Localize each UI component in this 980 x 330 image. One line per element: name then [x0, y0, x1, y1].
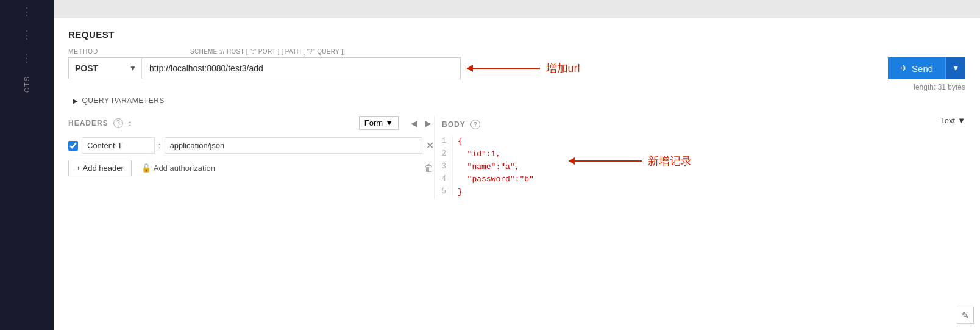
header-colon: : [158, 141, 161, 150]
headers-title-row: HEADERS ? ↕ Form ▼ ◀ ▶ [68, 116, 434, 130]
url-row: POST GET PUT DELETE ▼ 增加url ✈ Send ▼ [68, 57, 965, 79]
body-info-icon[interactable]: ? [470, 120, 480, 129]
url-input[interactable] [141, 57, 461, 79]
remove-header-button[interactable]: ✕ [426, 140, 434, 151]
url-annotation-group: 增加url [467, 61, 580, 76]
line-num-1: 1 [435, 135, 453, 147]
send-dropdown-button[interactable]: ▼ [945, 57, 965, 79]
sidebar-dots-2[interactable]: ⋮ [21, 29, 32, 40]
sidebar-dots-3[interactable]: ⋮ [21, 52, 32, 63]
add-auth-label: Add authorization [154, 163, 215, 173]
length-info: length: 31 bytes [68, 83, 965, 91]
body-title: BODY [442, 120, 466, 129]
nav-left-button[interactable]: ◀ [408, 117, 420, 129]
headers-section: HEADERS ? ↕ Form ▼ ◀ ▶ : ✕ [68, 116, 434, 176]
request-title: REQUEST [68, 29, 965, 40]
header-key-input[interactable] [82, 137, 155, 154]
query-params-row[interactable]: ▶ QUERY PARAMETERS [68, 96, 965, 105]
method-select-wrapper[interactable]: POST GET PUT DELETE ▼ [68, 57, 141, 79]
headers-body-container: HEADERS ? ↕ Form ▼ ◀ ▶ : ✕ [68, 116, 965, 199]
header-value-input[interactable] [165, 137, 422, 154]
sidebar: ⋮ ⋮ ⋮ CTS [0, 0, 54, 330]
code-line-2: 2 "id":1, [435, 148, 965, 161]
line-num-5: 5 [435, 186, 453, 198]
body-title-row: BODY ? Text ▼ [435, 116, 965, 133]
delete-icon[interactable]: 🗑 [424, 163, 434, 174]
text-label: Text [940, 116, 955, 125]
form-label: Form [364, 118, 383, 127]
text-chevron-icon: ▼ [957, 116, 965, 125]
code-line-3: 3 "name":"a", [435, 161, 965, 174]
line-content-5: } [458, 186, 463, 199]
method-select[interactable]: POST GET PUT DELETE [69, 58, 141, 79]
sort-icon[interactable]: ↕ [128, 118, 132, 128]
add-auth-button[interactable]: 🔓 Add authorization [141, 163, 215, 173]
line-content-3: "name":"a", [458, 161, 519, 174]
line-content-4: "password":"b" [458, 173, 534, 186]
line-num-2: 2 [435, 148, 453, 160]
main-content: REQUEST METHOD SCHEME :// HOST [ ":" POR… [54, 18, 980, 330]
lock-icon: 🔓 [141, 163, 151, 173]
line-content-2: "id":1, [458, 148, 500, 161]
headers-title: HEADERS [68, 119, 108, 127]
send-plane-icon: ✈ [900, 63, 908, 74]
body-annotation-text: 新增记录 [648, 154, 692, 168]
header-checkbox[interactable] [68, 141, 78, 151]
code-editor[interactable]: 1 { 2 "id":1, 3 "name":"a", 4 "password"… [435, 135, 965, 199]
header-row: : ✕ [68, 137, 434, 154]
headers-info-icon[interactable]: ? [113, 118, 123, 128]
pencil-icon: ✎ [962, 310, 969, 320]
code-line-5: 5 } [435, 186, 965, 199]
query-params-label: QUERY PARAMETERS [82, 96, 165, 105]
code-line-4: 4 "password":"b" [435, 173, 965, 186]
top-bar [54, 0, 980, 18]
add-header-button[interactable]: + Add header [68, 160, 132, 176]
line-num-3: 3 [435, 161, 453, 173]
url-arrow-head [467, 65, 473, 72]
url-annotation-text: 增加url [546, 61, 580, 76]
sidebar-dots-1[interactable]: ⋮ [21, 6, 32, 17]
line-content-1: { [458, 135, 463, 148]
nav-right-button[interactable]: ▶ [422, 117, 434, 129]
form-chevron-icon: ▼ [385, 118, 393, 127]
body-annotation-group: 新增记录 [569, 154, 692, 168]
query-params-triangle: ▶ [73, 98, 79, 104]
body-arrow-line [569, 160, 642, 162]
method-label: METHOD [68, 48, 190, 55]
url-arrow-line [467, 68, 540, 69]
form-dropdown[interactable]: Form ▼ [359, 116, 399, 130]
nav-arrows: ◀ ▶ [408, 117, 434, 129]
body-section: BODY ? Text ▼ 1 { 2 "id":1, 3 [434, 116, 965, 199]
send-label: Send [912, 63, 933, 74]
text-dropdown[interactable]: Text ▼ [940, 116, 965, 125]
send-button[interactable]: ✈ Send [888, 57, 945, 79]
sidebar-label: CTS [23, 76, 30, 93]
add-header-row: + Add header 🔓 Add authorization 🗑 [68, 160, 434, 176]
line-num-4: 4 [435, 173, 453, 185]
send-button-wrapper[interactable]: ✈ Send ▼ [888, 57, 965, 79]
code-line-1: 1 { [435, 135, 965, 148]
scheme-label: SCHEME :// HOST [ ":" PORT ] [ PATH [ "?… [190, 48, 965, 55]
body-arrow-head [569, 157, 575, 165]
bottom-right-edit-icon[interactable]: ✎ [957, 307, 974, 324]
